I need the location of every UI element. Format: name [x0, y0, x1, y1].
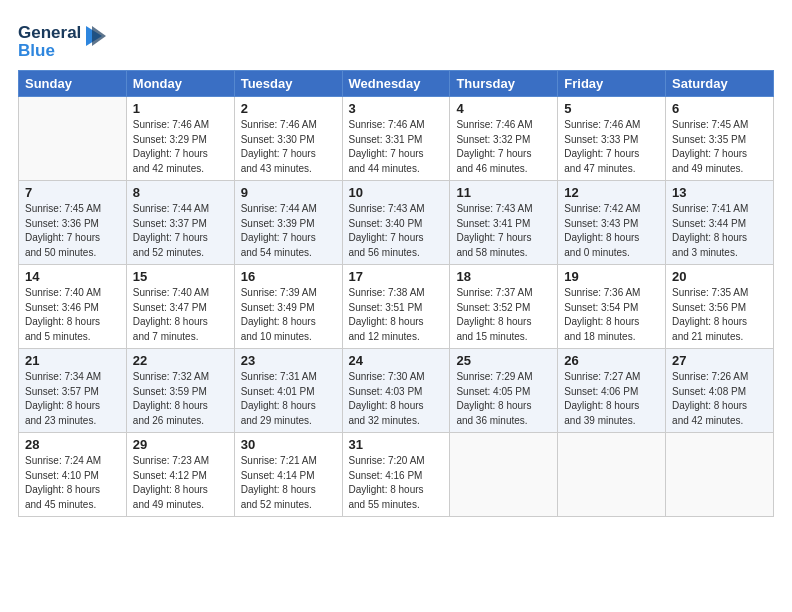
calendar-cell: 27Sunrise: 7:26 AMSunset: 4:08 PMDayligh…	[666, 349, 774, 433]
calendar-cell: 14Sunrise: 7:40 AMSunset: 3:46 PMDayligh…	[19, 265, 127, 349]
day-detail: Sunrise: 7:46 AMSunset: 3:31 PMDaylight:…	[349, 118, 444, 176]
calendar-cell: 24Sunrise: 7:30 AMSunset: 4:03 PMDayligh…	[342, 349, 450, 433]
day-number: 6	[672, 101, 767, 116]
calendar-cell: 1Sunrise: 7:46 AMSunset: 3:29 PMDaylight…	[126, 97, 234, 181]
day-number: 13	[672, 185, 767, 200]
day-detail: Sunrise: 7:24 AMSunset: 4:10 PMDaylight:…	[25, 454, 120, 512]
svg-marker-3	[92, 26, 106, 46]
calendar-week-3: 14Sunrise: 7:40 AMSunset: 3:46 PMDayligh…	[19, 265, 774, 349]
day-number: 5	[564, 101, 659, 116]
day-number: 8	[133, 185, 228, 200]
day-number: 22	[133, 353, 228, 368]
weekday-header-thursday: Thursday	[450, 71, 558, 97]
day-detail: Sunrise: 7:41 AMSunset: 3:44 PMDaylight:…	[672, 202, 767, 260]
day-number: 14	[25, 269, 120, 284]
day-detail: Sunrise: 7:44 AMSunset: 3:39 PMDaylight:…	[241, 202, 336, 260]
calendar-cell: 4Sunrise: 7:46 AMSunset: 3:32 PMDaylight…	[450, 97, 558, 181]
day-detail: Sunrise: 7:35 AMSunset: 3:56 PMDaylight:…	[672, 286, 767, 344]
day-number: 26	[564, 353, 659, 368]
calendar-cell: 11Sunrise: 7:43 AMSunset: 3:41 PMDayligh…	[450, 181, 558, 265]
calendar-cell: 12Sunrise: 7:42 AMSunset: 3:43 PMDayligh…	[558, 181, 666, 265]
calendar-cell	[558, 433, 666, 517]
calendar-cell	[666, 433, 774, 517]
calendar-cell: 20Sunrise: 7:35 AMSunset: 3:56 PMDayligh…	[666, 265, 774, 349]
day-detail: Sunrise: 7:23 AMSunset: 4:12 PMDaylight:…	[133, 454, 228, 512]
calendar-cell: 2Sunrise: 7:46 AMSunset: 3:30 PMDaylight…	[234, 97, 342, 181]
day-number: 23	[241, 353, 336, 368]
day-number: 30	[241, 437, 336, 452]
calendar-cell: 23Sunrise: 7:31 AMSunset: 4:01 PMDayligh…	[234, 349, 342, 433]
calendar-week-1: 1Sunrise: 7:46 AMSunset: 3:29 PMDaylight…	[19, 97, 774, 181]
calendar-week-5: 28Sunrise: 7:24 AMSunset: 4:10 PMDayligh…	[19, 433, 774, 517]
calendar-cell: 8Sunrise: 7:44 AMSunset: 3:37 PMDaylight…	[126, 181, 234, 265]
day-detail: Sunrise: 7:46 AMSunset: 3:30 PMDaylight:…	[241, 118, 336, 176]
day-number: 27	[672, 353, 767, 368]
calendar-cell: 5Sunrise: 7:46 AMSunset: 3:33 PMDaylight…	[558, 97, 666, 181]
day-number: 24	[349, 353, 444, 368]
day-detail: Sunrise: 7:46 AMSunset: 3:33 PMDaylight:…	[564, 118, 659, 176]
day-number: 10	[349, 185, 444, 200]
calendar-cell: 3Sunrise: 7:46 AMSunset: 3:31 PMDaylight…	[342, 97, 450, 181]
calendar-cell: 7Sunrise: 7:45 AMSunset: 3:36 PMDaylight…	[19, 181, 127, 265]
calendar-cell: 31Sunrise: 7:20 AMSunset: 4:16 PMDayligh…	[342, 433, 450, 517]
day-detail: Sunrise: 7:20 AMSunset: 4:16 PMDaylight:…	[349, 454, 444, 512]
calendar-cell: 19Sunrise: 7:36 AMSunset: 3:54 PMDayligh…	[558, 265, 666, 349]
day-number: 25	[456, 353, 551, 368]
weekday-header-wednesday: Wednesday	[342, 71, 450, 97]
day-detail: Sunrise: 7:46 AMSunset: 3:29 PMDaylight:…	[133, 118, 228, 176]
day-number: 7	[25, 185, 120, 200]
day-number: 28	[25, 437, 120, 452]
day-detail: Sunrise: 7:27 AMSunset: 4:06 PMDaylight:…	[564, 370, 659, 428]
day-number: 18	[456, 269, 551, 284]
weekday-header-sunday: Sunday	[19, 71, 127, 97]
calendar-cell: 29Sunrise: 7:23 AMSunset: 4:12 PMDayligh…	[126, 433, 234, 517]
day-number: 2	[241, 101, 336, 116]
day-number: 29	[133, 437, 228, 452]
logo: General Blue	[18, 18, 108, 60]
weekday-header-monday: Monday	[126, 71, 234, 97]
day-detail: Sunrise: 7:40 AMSunset: 3:46 PMDaylight:…	[25, 286, 120, 344]
calendar-cell: 22Sunrise: 7:32 AMSunset: 3:59 PMDayligh…	[126, 349, 234, 433]
weekday-header-tuesday: Tuesday	[234, 71, 342, 97]
day-detail: Sunrise: 7:34 AMSunset: 3:57 PMDaylight:…	[25, 370, 120, 428]
day-detail: Sunrise: 7:31 AMSunset: 4:01 PMDaylight:…	[241, 370, 336, 428]
day-detail: Sunrise: 7:46 AMSunset: 3:32 PMDaylight:…	[456, 118, 551, 176]
calendar-header-row: SundayMondayTuesdayWednesdayThursdayFrid…	[19, 71, 774, 97]
calendar-cell: 9Sunrise: 7:44 AMSunset: 3:39 PMDaylight…	[234, 181, 342, 265]
day-number: 15	[133, 269, 228, 284]
weekday-header-friday: Friday	[558, 71, 666, 97]
day-detail: Sunrise: 7:40 AMSunset: 3:47 PMDaylight:…	[133, 286, 228, 344]
weekday-header-saturday: Saturday	[666, 71, 774, 97]
calendar-cell: 15Sunrise: 7:40 AMSunset: 3:47 PMDayligh…	[126, 265, 234, 349]
calendar-cell: 10Sunrise: 7:43 AMSunset: 3:40 PMDayligh…	[342, 181, 450, 265]
calendar-cell: 30Sunrise: 7:21 AMSunset: 4:14 PMDayligh…	[234, 433, 342, 517]
day-detail: Sunrise: 7:36 AMSunset: 3:54 PMDaylight:…	[564, 286, 659, 344]
day-number: 4	[456, 101, 551, 116]
calendar-table: SundayMondayTuesdayWednesdayThursdayFrid…	[18, 70, 774, 517]
day-number: 19	[564, 269, 659, 284]
day-number: 16	[241, 269, 336, 284]
day-detail: Sunrise: 7:29 AMSunset: 4:05 PMDaylight:…	[456, 370, 551, 428]
day-detail: Sunrise: 7:30 AMSunset: 4:03 PMDaylight:…	[349, 370, 444, 428]
calendar-cell: 13Sunrise: 7:41 AMSunset: 3:44 PMDayligh…	[666, 181, 774, 265]
day-detail: Sunrise: 7:39 AMSunset: 3:49 PMDaylight:…	[241, 286, 336, 344]
calendar-week-4: 21Sunrise: 7:34 AMSunset: 3:57 PMDayligh…	[19, 349, 774, 433]
calendar-cell: 25Sunrise: 7:29 AMSunset: 4:05 PMDayligh…	[450, 349, 558, 433]
calendar-week-2: 7Sunrise: 7:45 AMSunset: 3:36 PMDaylight…	[19, 181, 774, 265]
calendar-cell: 6Sunrise: 7:45 AMSunset: 3:35 PMDaylight…	[666, 97, 774, 181]
header: General Blue	[18, 18, 774, 60]
day-detail: Sunrise: 7:37 AMSunset: 3:52 PMDaylight:…	[456, 286, 551, 344]
day-number: 12	[564, 185, 659, 200]
day-detail: Sunrise: 7:43 AMSunset: 3:40 PMDaylight:…	[349, 202, 444, 260]
day-detail: Sunrise: 7:21 AMSunset: 4:14 PMDaylight:…	[241, 454, 336, 512]
day-number: 17	[349, 269, 444, 284]
calendar-cell: 16Sunrise: 7:39 AMSunset: 3:49 PMDayligh…	[234, 265, 342, 349]
day-detail: Sunrise: 7:38 AMSunset: 3:51 PMDaylight:…	[349, 286, 444, 344]
day-detail: Sunrise: 7:44 AMSunset: 3:37 PMDaylight:…	[133, 202, 228, 260]
svg-text:Blue: Blue	[18, 41, 55, 60]
day-number: 21	[25, 353, 120, 368]
day-number: 9	[241, 185, 336, 200]
day-detail: Sunrise: 7:32 AMSunset: 3:59 PMDaylight:…	[133, 370, 228, 428]
day-detail: Sunrise: 7:43 AMSunset: 3:41 PMDaylight:…	[456, 202, 551, 260]
calendar-cell: 18Sunrise: 7:37 AMSunset: 3:52 PMDayligh…	[450, 265, 558, 349]
